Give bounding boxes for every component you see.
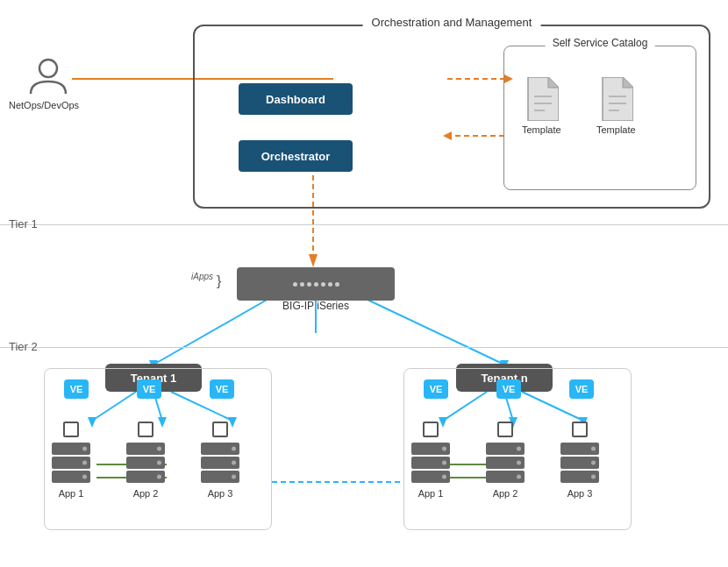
app3-stack-left: App 3 <box>201 422 239 499</box>
ve-badge-3: VE <box>210 379 234 399</box>
bigip-device <box>237 267 395 301</box>
tier2-line <box>0 347 728 348</box>
dashboard-button: Dashboard <box>239 83 353 115</box>
svg-point-29 <box>39 60 57 77</box>
svg-marker-6 <box>309 254 318 267</box>
ssc-box: Self Service Catalog Template <box>503 46 696 190</box>
ve-badge-2: VE <box>137 379 161 399</box>
ve-badge-4: VE <box>424 379 448 399</box>
app1-stack-right: App 1 <box>411 422 450 499</box>
diagram: NetOps/DevOps Orchestration and Manageme… <box>0 0 728 567</box>
app-group-left: VE VE VE App 1 App 2 <box>44 368 272 530</box>
ve-badge-5: VE <box>496 379 521 399</box>
iapps-brace: } <box>217 273 221 289</box>
tier1-line <box>0 224 728 225</box>
orchestrator-button: Orchestrator <box>239 140 353 172</box>
tier2-label: Tier 2 <box>9 340 38 353</box>
tier1-label: Tier 1 <box>9 217 38 230</box>
iapps-label: iApps <box>191 272 213 281</box>
bigip-box <box>237 267 395 301</box>
template1-icon: Template <box>522 77 561 135</box>
ve-badge-6: VE <box>569 379 594 399</box>
person-icon <box>26 53 70 96</box>
person-label: NetOps/DevOps <box>9 100 79 110</box>
orch-box: Orchestration and Management Dashboard O… <box>193 25 710 209</box>
orch-title: Orchestration and Management <box>363 16 541 29</box>
bigip-name: BIG-IP iSeries <box>237 300 395 312</box>
ssc-title: Self Service Catalog <box>546 37 655 49</box>
template2-icon: Template <box>596 77 636 135</box>
bigip-dots <box>293 282 339 287</box>
app3-stack-right: App 3 <box>560 422 599 499</box>
app2-stack-left: App 2 <box>126 422 165 499</box>
app1-stack-left: App 1 <box>52 422 90 499</box>
app-group-right: VE VE VE App 1 App 2 <box>403 368 632 530</box>
app2-stack-right: App 2 <box>486 422 525 499</box>
ve-badge-1: VE <box>64 379 89 399</box>
